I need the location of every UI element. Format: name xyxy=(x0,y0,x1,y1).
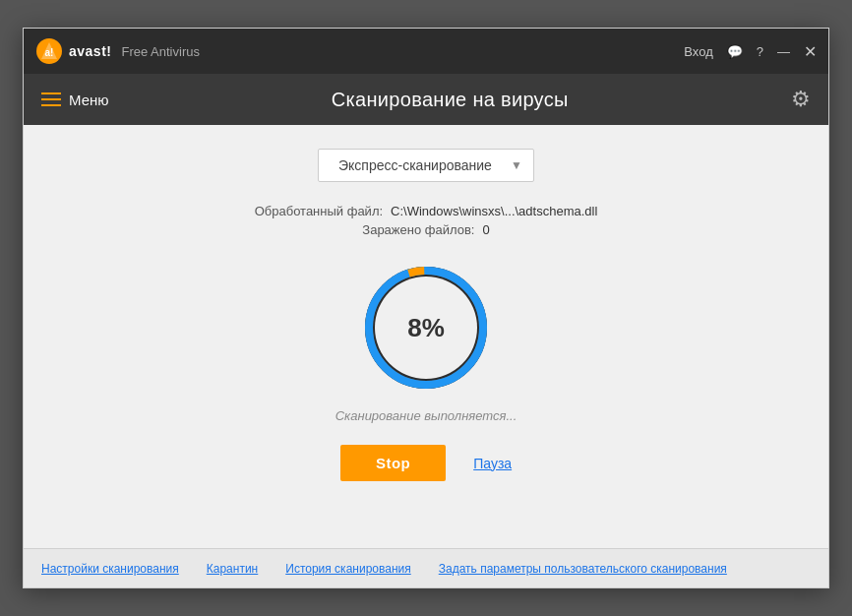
app-logo: a! avast! xyxy=(35,37,111,65)
svg-text:a!: a! xyxy=(45,47,54,58)
scan-type-dropdown[interactable]: Экспресс-сканирование xyxy=(318,149,534,182)
minimize-btn[interactable]: — xyxy=(777,44,790,59)
menu-label: Меню xyxy=(69,92,109,108)
footer: Настройки сканирования Карантин История … xyxy=(24,548,828,587)
hamburger-icon xyxy=(41,92,61,106)
app-name: avast! xyxy=(69,43,111,59)
pause-button[interactable]: Пауза xyxy=(473,456,512,471)
processed-file-value: C:\Windows\winsxs\...\adtschema.dll xyxy=(391,204,597,218)
footer-link-history[interactable]: История сканирования xyxy=(285,562,410,576)
settings-icon[interactable]: ⚙ xyxy=(791,87,811,112)
scan-type-dropdown-wrapper: Экспресс-сканирование ▼ xyxy=(318,149,534,182)
infected-value: 0 xyxy=(482,222,489,237)
processed-file-label: Обработанный файл: xyxy=(255,204,383,218)
scan-status-text: Сканирование выполняется... xyxy=(335,408,517,423)
footer-link-quarantine[interactable]: Карантин xyxy=(207,562,258,576)
infected-row: Заражено файлов: 0 xyxy=(63,222,789,237)
chat-icon[interactable]: 💬 xyxy=(727,44,743,59)
menu-button[interactable]: Меню xyxy=(41,92,109,108)
titlebar: a! avast! Free Antivirus Вход 💬 ? — ✕ xyxy=(24,29,828,74)
help-icon[interactable]: ? xyxy=(757,44,763,59)
infected-label: Заражено файлов: xyxy=(362,222,474,237)
avast-logo-icon: a! xyxy=(35,37,63,65)
footer-link-custom[interactable]: Задать параметры пользовательского скани… xyxy=(439,562,727,576)
progress-percentage: 8% xyxy=(407,313,445,343)
progress-ring: 8% xyxy=(357,259,495,397)
stop-button[interactable]: Stop xyxy=(340,445,446,481)
main-content: Экспресс-сканирование ▼ Обработанный фай… xyxy=(24,125,828,548)
app-subtitle: Free Antivirus xyxy=(121,44,199,59)
app-window: a! avast! Free Antivirus Вход 💬 ? — ✕ Ме… xyxy=(23,28,829,588)
close-btn[interactable]: ✕ xyxy=(804,42,817,61)
login-btn[interactable]: Вход xyxy=(684,44,712,59)
footer-link-settings[interactable]: Настройки сканирования xyxy=(41,562,179,576)
scan-buttons: Stop Пауза xyxy=(340,445,512,481)
page-title: Сканирование на вирусы xyxy=(109,89,791,111)
toolbar: Меню Сканирование на вирусы ⚙ xyxy=(24,74,828,125)
processed-file-row: Обработанный файл: C:\Windows\winsxs\...… xyxy=(63,204,789,218)
titlebar-controls: Вход 💬 ? — ✕ xyxy=(684,42,817,61)
